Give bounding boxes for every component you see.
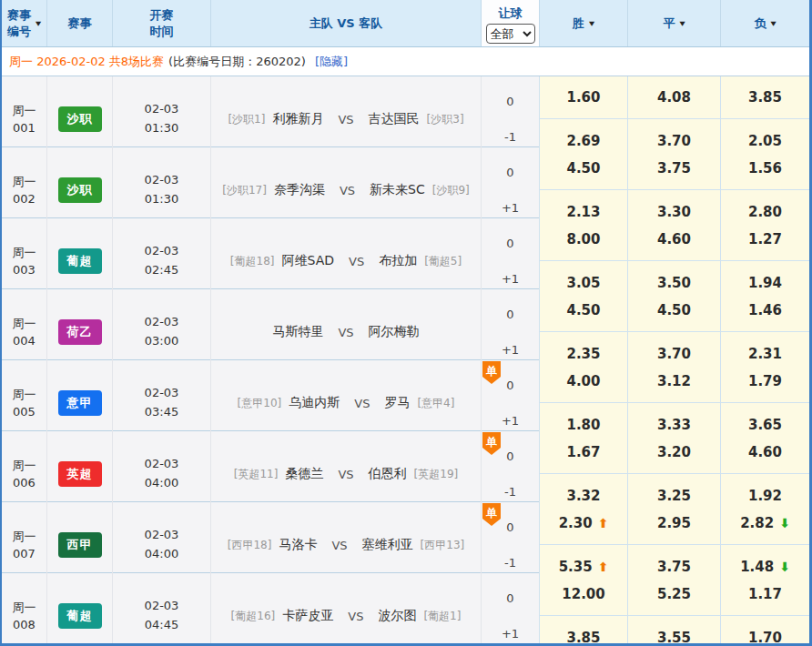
odds-lose-line1[interactable]: 1.17 [721, 573, 809, 616]
match-id-day: 周一 [13, 528, 36, 546]
odds-lose-line1[interactable]: 1.27 [721, 218, 809, 261]
handicap-value-line1: 0 [506, 580, 513, 616]
match-date: 02-03 [145, 526, 179, 545]
home-rank-tag: [葡超18] [230, 254, 275, 269]
handicap-filter-select[interactable]: 全部 [486, 24, 535, 44]
odds-draw-line1[interactable]: 3.12 [628, 360, 720, 403]
odds-draw-line1[interactable]: 4.50 [628, 289, 720, 332]
single-bet-badge: 单 [482, 432, 501, 455]
match-id-day: 周一 [13, 244, 36, 262]
match-id: 周一 008 [2, 573, 47, 646]
league-cell: 葡超 [47, 573, 113, 646]
odds-value: 1.80 [566, 417, 600, 433]
odds-win-line2[interactable]: 3.85 [540, 616, 627, 646]
sort-arrow-icon: ▼ [36, 20, 41, 27]
date-detail: (比赛编号日期：260202) [168, 54, 306, 70]
odds-value: 1.92 [748, 488, 782, 504]
odds-draw-line1[interactable]: 4.60 [628, 218, 720, 261]
column-header-draw[interactable]: 平 ▼ [628, 0, 721, 46]
odds-draw-line1[interactable]: 3.75 [628, 147, 720, 190]
column-header-match-no[interactable]: 赛事 编号 ▼ [2, 0, 47, 46]
match-time: 03:45 [145, 403, 178, 422]
odds-value: 2.82 [740, 515, 774, 531]
odds-value: 4.00 [566, 373, 600, 389]
home-rank-tag: [沙职1] [228, 112, 265, 127]
odds-lose-line1[interactable]: 3.85 [721, 76, 809, 119]
match-row: 周一 007 西甲 02-03 04:00 [西甲18] 马洛卡 VS 塞维利亚… [2, 502, 809, 573]
home-rank-tag: [意甲10] [238, 396, 282, 411]
home-rank-tag: [英超11] [234, 467, 279, 482]
single-bet-badge: 单 [482, 361, 501, 384]
odds-value: 4.60 [657, 231, 691, 247]
odds-lose-line1[interactable]: 1.46 [721, 289, 809, 332]
odds-value: 5.35 [559, 559, 593, 575]
odds-win-line1[interactable]: 1.67 [540, 431, 627, 474]
odds-draw-line1[interactable]: 2.95 [628, 502, 720, 545]
odds-value: 1.60 [566, 89, 600, 106]
odds-value: 2.95 [657, 515, 691, 531]
odds-win-line1[interactable]: 4.00 [540, 360, 627, 403]
handicap-cell: 单 0 +1 [482, 573, 540, 646]
odds-value: 1.70 [748, 630, 782, 646]
odds-win-line1[interactable]: 2.30 ⬆ [540, 502, 627, 545]
odds-lose-line1[interactable]: 4.60 [721, 431, 809, 474]
odds-draw-line1[interactable]: 3.20 [628, 431, 720, 474]
hide-link[interactable]: [隐藏] [315, 54, 348, 70]
table-header: 赛事 编号 ▼ 赛事 开赛 时间 主队 VS 客队 让球 全部 胜 ▼ 平 ▼ … [2, 0, 809, 47]
win-label: 胜 [573, 15, 584, 32]
match-time: 04:45 [145, 616, 178, 635]
away-rank-tag: [西甲13] [421, 538, 465, 553]
odds-win-line1[interactable]: 12.00 [540, 573, 627, 616]
odds-lose-line1[interactable]: 1.79 [721, 360, 809, 403]
match-date: 02-03 [145, 100, 179, 119]
odds-value: 3.75 [657, 160, 691, 177]
odds-win-line1[interactable]: 4.50 [540, 289, 627, 332]
odds-value: 2.31 [748, 346, 782, 362]
odds-win-line1[interactable]: 4.50 [540, 147, 627, 190]
home-team-name: 桑德兰 [285, 466, 323, 482]
odds-value: 2.80 [748, 204, 782, 220]
odds-win-line1[interactable]: 1.60 [540, 76, 627, 119]
odds-draw-line1[interactable]: 5.25 [628, 573, 720, 616]
home-team-name: 奈季沟渠 [274, 182, 325, 198]
match-id-day: 周一 [13, 102, 36, 120]
odds-value: 3.70 [657, 133, 691, 149]
vs-label: VS [331, 539, 347, 552]
match-table-body: 周一 001 沙职 02-03 01:30 [沙职1] 利雅新月 VS 吉达国民… [2, 76, 809, 644]
odds-value: 4.60 [748, 444, 782, 460]
away-rank-tag: [意甲4] [417, 396, 454, 411]
match-date: 02-03 [145, 597, 179, 616]
league-badge: 西甲 [58, 532, 102, 558]
league-badge: 沙职 [58, 177, 102, 203]
odds-win-line1[interactable]: 8.00 [540, 218, 627, 261]
odds-lose-line1[interactable]: 2.82 ⬇ [721, 502, 809, 545]
odds-lose-line1[interactable]: 1.56 [721, 147, 809, 190]
match-date: 02-03 [145, 384, 179, 403]
odds-value: 2.30 [559, 515, 593, 531]
match-no-label: 赛事 编号 [7, 7, 31, 39]
column-header-lose[interactable]: 负 ▼ [721, 0, 809, 46]
odds-draw-line1[interactable]: 4.08 [628, 76, 720, 119]
odds-value: 2.13 [566, 204, 600, 220]
odds-draw-line2[interactable]: 3.55 [628, 616, 720, 646]
odds-lose-line2[interactable]: 1.70 [721, 616, 809, 646]
vs-label: VS [354, 397, 370, 410]
column-header-win[interactable]: 胜 ▼ [540, 0, 628, 46]
match-id-num: 004 [13, 332, 36, 350]
odds-value: 2.69 [566, 133, 600, 149]
vs-label: VS [338, 326, 353, 339]
handicap-value-line1: 0 [506, 155, 513, 190]
match-id-day: 周一 [13, 599, 36, 617]
vs-label: VS [348, 610, 363, 623]
column-header-start-time: 开赛 时间 [113, 0, 211, 46]
odds-value: 4.50 [657, 302, 691, 318]
match-id-num: 008 [13, 616, 36, 634]
league-badge: 葡超 [58, 248, 102, 274]
trend-arrow: ⬆ [598, 560, 609, 573]
match-date: 02-03 [145, 455, 179, 474]
draw-label: 平 [663, 15, 675, 32]
match-time: 04:00 [145, 474, 178, 493]
odds-value: 3.25 [657, 488, 691, 504]
matchup-cell: [葡超16] 卡萨皮亚 VS 波尔图 [葡超1] [211, 573, 482, 646]
handicap-label: 让球 [499, 5, 523, 22]
